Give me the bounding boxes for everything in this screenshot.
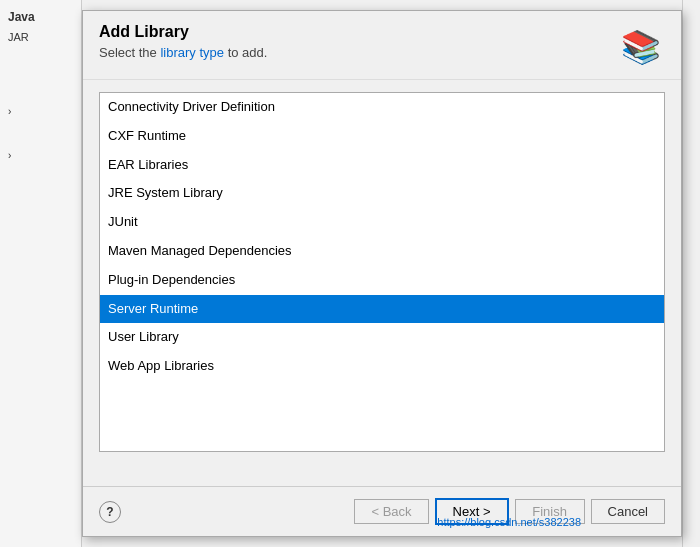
list-item[interactable]: Maven Managed Dependencies: [100, 237, 664, 266]
dialog-header: Add Library Select the library type to a…: [83, 11, 681, 80]
left-panel-title: Java: [4, 8, 77, 26]
back-button[interactable]: < Back: [354, 499, 428, 524]
list-item[interactable]: CXF Runtime: [100, 122, 664, 151]
left-panel-ti: ›: [4, 148, 77, 162]
library-list-container: Connectivity Driver DefinitionCXF Runtim…: [99, 92, 665, 452]
expand-arrow-2: ›: [8, 150, 11, 161]
library-icon: 📚: [621, 28, 661, 66]
list-item[interactable]: EAR Libraries: [100, 151, 664, 180]
dialog-subtitle: Select the library type to add.: [99, 45, 617, 60]
left-panel-or: ›: [4, 104, 77, 118]
subtitle-suffix: to add.: [224, 45, 267, 60]
ide-left-panel: Java JAR › ›: [0, 0, 82, 547]
help-button[interactable]: ?: [99, 501, 121, 523]
list-item[interactable]: JUnit: [100, 208, 664, 237]
list-item[interactable]: Plug-in Dependencies: [100, 266, 664, 295]
expand-arrow-1: ›: [8, 106, 11, 117]
list-item[interactable]: User Library: [100, 323, 664, 352]
watermark-link[interactable]: https://blog.csdn.net/s382238: [437, 516, 581, 528]
add-library-dialog: Add Library Select the library type to a…: [82, 10, 682, 537]
list-item[interactable]: Web App Libraries: [100, 352, 664, 381]
subtitle-link[interactable]: library type: [160, 45, 224, 60]
list-item[interactable]: Connectivity Driver Definition: [100, 93, 664, 122]
dialog-icon: 📚: [617, 23, 665, 71]
list-item[interactable]: JRE System Library: [100, 179, 664, 208]
list-item[interactable]: Server Runtime: [100, 295, 664, 324]
cancel-button[interactable]: Cancel: [591, 499, 665, 524]
library-list: Connectivity Driver DefinitionCXF Runtim…: [100, 93, 664, 381]
dialog-header-left: Add Library Select the library type to a…: [99, 23, 617, 60]
ide-right-panel: [682, 0, 700, 547]
left-panel-jar: JAR: [4, 30, 77, 44]
dialog-footer: ? < Back Next > Finish Cancel https://bl…: [83, 486, 681, 536]
footer-left: ?: [99, 501, 121, 523]
dialog-title: Add Library: [99, 23, 617, 41]
subtitle-prefix: Select the: [99, 45, 160, 60]
